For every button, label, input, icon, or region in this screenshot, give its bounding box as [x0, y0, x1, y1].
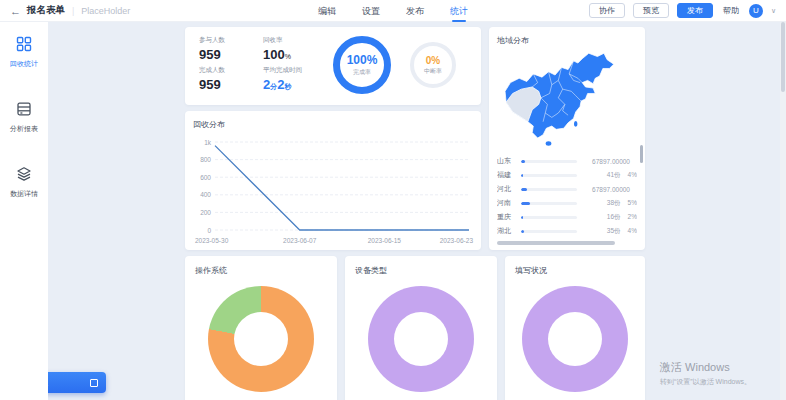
svg-text:2023-06-07: 2023-06-07 — [283, 237, 317, 244]
watermark-line2: 转到“设置”以激活 Windows。 — [660, 377, 751, 387]
region-row[interactable]: 山东 67897.00000 — [497, 154, 637, 168]
metric-label: 参与人数 — [199, 36, 263, 45]
card-title: 地域分布 — [497, 35, 637, 46]
svg-text:800: 800 — [200, 156, 211, 163]
document-subtitle[interactable]: PlaceHolder — [81, 6, 130, 16]
report-icon — [16, 101, 32, 121]
recovery-distribution-card: 回收分布 02004006008001k2023-05-302023-06-07… — [185, 111, 481, 250]
sidebar-item-collection-stats[interactable]: 回收统计 — [10, 36, 38, 69]
scrollbar-thumb[interactable] — [781, 22, 785, 92]
nav-tabs: 编辑 设置 发布 统计 — [318, 0, 468, 22]
metric-unit: % — [285, 53, 291, 60]
metric-label: 回收率 — [263, 36, 353, 45]
svg-text:2023-05-30: 2023-05-30 — [195, 237, 229, 244]
topbar: ← 报名表单 | PlaceHolder 编辑 设置 发布 统计 协作 预览 发… — [0, 0, 786, 22]
card-title: 操作系统 — [195, 265, 327, 276]
ring-label: 中断率 — [424, 67, 442, 76]
region-list: 山东 67897.00000 福建 41份4% 河北 67897.00000 河… — [497, 154, 637, 238]
metric-participants: 参与人数 959 — [199, 36, 263, 66]
metric-value: 959 — [199, 47, 263, 62]
preview-button[interactable]: 预览 — [633, 3, 669, 19]
svg-text:2023-06-15: 2023-06-15 — [368, 237, 402, 244]
region-row[interactable]: 河南 38份5% — [497, 196, 637, 210]
region-list-hscrollbar[interactable] — [497, 241, 615, 245]
sidebar-item-label: 数据详情 — [10, 189, 38, 199]
watermark-line1: 激活 Windows — [660, 360, 751, 375]
sidebar-item-label: 回收统计 — [10, 59, 38, 69]
svg-text:2023-06-23: 2023-06-23 — [440, 237, 474, 244]
region-row[interactable]: 重庆 16份2% — [497, 210, 637, 224]
back-arrow-icon[interactable]: ← — [10, 5, 21, 17]
card-title: 回收分布 — [193, 119, 473, 130]
region-distribution-card: 地域分布 山东 67897.00000 — [489, 27, 645, 250]
sidebar-item-analysis-report[interactable]: 分析报表 — [10, 101, 38, 134]
china-map[interactable] — [498, 50, 636, 150]
card-title: 设备类型 — [355, 265, 487, 276]
region-bar — [521, 216, 577, 219]
svg-text:600: 600 — [200, 174, 211, 181]
region-bar — [521, 174, 577, 177]
layers-icon — [16, 166, 32, 186]
svg-text:400: 400 — [200, 191, 211, 198]
taiwan-island — [574, 121, 577, 127]
svg-text:1k: 1k — [204, 139, 212, 146]
minimize-icon[interactable] — [90, 379, 98, 387]
ring-value: 0% — [426, 55, 440, 66]
svg-text:200: 200 — [200, 209, 211, 216]
region-bar — [521, 202, 577, 205]
region-bar — [521, 230, 577, 233]
sidebar-item-data-details[interactable]: 数据详情 — [10, 166, 38, 199]
region-bar — [521, 188, 577, 191]
line-chart-svg[interactable]: 02004006008001k2023-05-302023-06-072023-… — [193, 132, 475, 252]
metric-value: 100 — [263, 47, 285, 62]
ring-label: 完成率 — [353, 68, 371, 77]
tab-edit[interactable]: 编辑 — [318, 0, 336, 22]
fill-status-donut-chart[interactable] — [522, 286, 628, 392]
metric-label: 完成人数 — [199, 66, 263, 75]
user-avatar[interactable]: U — [749, 4, 763, 18]
document-title: 报名表单 — [27, 4, 65, 17]
sidebar-item-label: 分析报表 — [10, 124, 38, 134]
region-row[interactable]: 福建 41份4% — [497, 168, 637, 182]
collaborate-button[interactable]: 协作 — [589, 3, 625, 19]
svg-text:0: 0 — [207, 227, 211, 234]
help-button[interactable]: 帮助 — [721, 4, 741, 18]
region-row[interactable]: 湖北 35份4% — [497, 224, 637, 238]
metric-completed: 完成人数 959 — [199, 66, 263, 96]
metric-value: 959 — [199, 77, 263, 92]
windows-activation-watermark: 激活 Windows 转到“设置”以激活 Windows。 — [660, 360, 751, 387]
card-title: 填写状况 — [515, 265, 635, 276]
completion-rate-ring: 100% 完成率 — [333, 36, 391, 94]
region-bar — [521, 160, 577, 163]
sidebar: 回收统计 分析报表 数据详情 — [0, 22, 48, 400]
tab-publish[interactable]: 发布 — [406, 0, 424, 22]
chevron-down-icon[interactable]: ∨ — [771, 7, 776, 15]
publish-button[interactable]: 发布 — [677, 3, 713, 19]
fill-status-card: 填写状况 — [505, 256, 645, 400]
tab-statistics[interactable]: 统计 — [450, 0, 468, 22]
summary-stats-card: 参与人数 959 回收率 100% 完成人数 959 平均完成时间 2分2秒 1… — [185, 27, 481, 105]
os-donut-chart[interactable] — [208, 286, 314, 392]
region-list-scrollbar[interactable] — [640, 145, 643, 163]
tab-settings[interactable]: 设置 — [362, 0, 380, 22]
page-scrollbar[interactable] — [780, 0, 786, 400]
hainan-island — [546, 141, 552, 145]
abort-rate-ring: 0% 中断率 — [410, 42, 456, 88]
grid-icon — [16, 36, 32, 56]
region-row[interactable]: 河北 67897.00000 — [497, 182, 637, 196]
device-type-card: 设备类型 PC 0% — [345, 256, 497, 400]
os-distribution-card: 操作系统 Windows 0% — [185, 256, 337, 400]
ring-value: 100% — [347, 53, 378, 67]
title-divider: | — [72, 6, 74, 16]
device-donut-chart[interactable] — [368, 286, 474, 392]
